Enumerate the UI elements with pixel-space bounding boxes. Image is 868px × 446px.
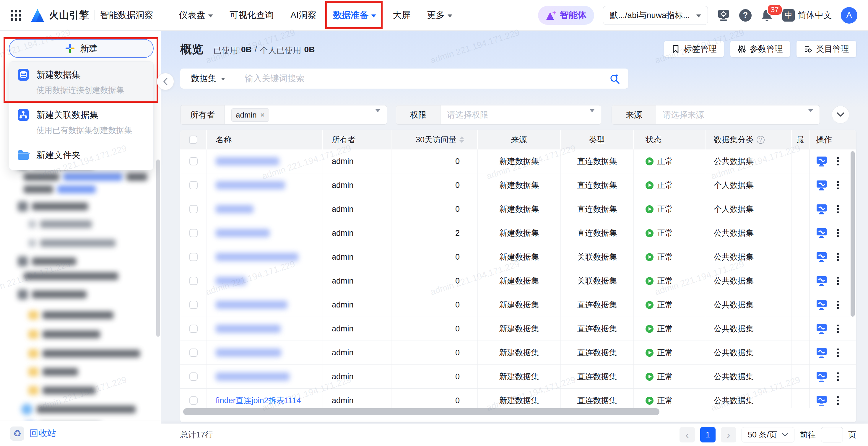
more-actions-icon[interactable] [837,205,839,213]
row-checkbox[interactable] [189,181,198,189]
row-checkbox[interactable] [189,157,198,165]
search-input[interactable]: 输入关键词搜索 [236,73,609,85]
row-checkbox[interactable] [189,277,198,285]
dashboard-icon[interactable] [816,371,827,382]
more-actions-icon[interactable] [837,229,839,237]
info-icon[interactable]: ? [756,136,765,144]
select-all-checkbox[interactable] [189,135,197,144]
nav-item-data-preparation[interactable]: 数据准备 [333,9,376,21]
nav-item-dashboard[interactable]: 仪表盘 [179,9,213,21]
table-row[interactable]: finder直连join2拆表1114 admin 0 新建数据集 直连数据集 … [180,389,856,408]
row-checkbox[interactable] [189,253,198,261]
search-scope-selector[interactable]: 数据集 [180,68,236,89]
sidebar-folder-redacted[interactable] [28,330,100,339]
dashboard-icon[interactable] [816,156,827,167]
dashboard-icon[interactable] [816,180,827,191]
more-actions-icon[interactable] [837,277,839,285]
console-icon[interactable] [717,8,730,22]
sidebar-folder-redacted[interactable] [28,368,78,376]
vertical-scrollbar[interactable] [850,151,855,317]
sidebar-folder-redacted[interactable] [28,349,140,358]
sidebar-item-redacted[interactable] [18,256,76,266]
dashboard-icon[interactable] [816,228,827,238]
table-row[interactable]: admin 0 新建数据集 关联数据集 正常 公共数据集 [180,269,856,293]
dashboard-icon[interactable] [816,395,827,406]
workspace-selector[interactable]: 默.../abi与nuwa指标... [603,6,708,25]
dashboard-icon[interactable] [816,299,827,310]
page-size-selector[interactable]: 50 条/页 [742,427,795,442]
more-actions-icon[interactable] [837,157,839,165]
user-avatar[interactable]: A [841,7,857,24]
owner-filter[interactable]: 所有者 admin× [180,105,387,125]
sidebar-item-redacted[interactable] [28,220,92,228]
table-row[interactable]: admin 0 新建数据集 直连数据集 正常 公共数据集 [180,341,856,365]
dataset-name-link[interactable]: finder直连join2拆表1114 [216,395,301,406]
row-checkbox[interactable] [189,396,198,405]
sidebar-item-redacted[interactable] [24,173,147,181]
nav-item-visual-query[interactable]: 可视化查询 [229,9,274,21]
recycle-bin[interactable]: ♻ 回收站 [0,421,161,446]
nav-item-bigscreen[interactable]: 大屏 [393,9,410,21]
permission-filter[interactable]: 权限 请选择权限 [396,105,601,125]
nav-item-ai-insight[interactable]: AI洞察 [290,9,316,21]
sidebar-item-redacted[interactable] [21,404,135,415]
row-checkbox[interactable] [189,301,198,309]
menu-item-new-folder[interactable]: 新建文件夹 [9,142,153,170]
goto-page-input[interactable] [821,427,843,442]
remove-tag-icon[interactable]: × [260,110,265,120]
more-actions-icon[interactable] [837,325,839,333]
more-actions-icon[interactable] [837,396,839,405]
sidebar-item-redacted[interactable] [28,239,116,247]
nav-item-more[interactable]: 更多 [427,9,452,21]
dashboard-icon[interactable] [816,347,827,358]
table-row[interactable]: admin 0 新建数据集 直连数据集 正常 个人数据集 [180,173,856,197]
col-visits[interactable]: 30天访问量 [392,130,478,150]
dashboard-icon[interactable] [816,323,827,334]
sidebar-item-redacted[interactable] [18,201,88,212]
next-page-button[interactable]: › [721,427,736,442]
sort-icon[interactable] [459,136,464,143]
dashboard-icon[interactable] [816,204,827,215]
horizontal-scrollbar[interactable] [183,408,659,415]
dashboard-icon[interactable] [816,252,827,262]
sidebar-item-redacted[interactable] [24,186,96,193]
source-filter[interactable]: 来源 请选择来源 [612,105,820,125]
row-checkbox[interactable] [189,205,198,213]
sidebar-item-redacted[interactable] [18,289,87,299]
row-checkbox[interactable] [189,373,198,381]
sidebar-scrollbar[interactable] [156,159,160,337]
row-checkbox[interactable] [189,325,198,333]
dashboard-icon[interactable] [816,276,827,286]
agent-button[interactable]: 智能体 [538,6,594,25]
more-actions-icon[interactable] [837,373,839,381]
filter-expand-button[interactable] [832,106,849,124]
more-actions-icon[interactable] [837,253,839,261]
notification-bell-icon[interactable]: 37 [761,8,773,22]
table-row[interactable]: admin 0 新建数据集 直连数据集 正常 公共数据集 [180,150,856,173]
menu-item-new-linked-dataset[interactable]: 新建关联数据集 使用已有数据集创建数据集 [9,102,153,142]
sidebar-collapse-button[interactable] [157,73,174,90]
prev-page-button[interactable]: ‹ [680,427,695,442]
ai-search-icon[interactable] [609,73,621,85]
row-checkbox[interactable] [189,229,198,237]
app-grid-icon[interactable] [11,10,21,21]
category-manage-button[interactable]: 类目管理 [797,41,856,57]
table-row[interactable]: admin 0 新建数据集 关联数据集 正常 公共数据集 [180,245,856,269]
table-row[interactable]: admin 0 新建数据集 直连数据集 正常 公共数据集 [180,365,856,389]
new-button[interactable]: 新建 [9,39,154,58]
row-checkbox[interactable] [189,349,198,357]
language-switcher[interactable]: 中 简体中文 [782,9,832,22]
sidebar-folder-redacted[interactable] [28,386,96,395]
current-page-button[interactable]: 1 [700,427,716,442]
tag-manage-button[interactable]: 标签管理 [664,41,724,57]
sidebar-folder-redacted[interactable] [28,311,114,320]
table-row[interactable]: admin 0 新建数据集 直连数据集 正常 公共数据集 [180,317,856,341]
more-actions-icon[interactable] [837,181,839,189]
sidebar-item-redacted[interactable] [24,272,118,280]
more-actions-icon[interactable] [837,349,839,357]
help-icon[interactable]: ? [739,9,752,22]
more-actions-icon[interactable] [837,301,839,309]
table-row[interactable]: admin 0 新建数据集 直连数据集 正常 公共数据集 [180,293,856,317]
table-row[interactable]: admin 2 新建数据集 直连数据集 正常 公共数据集 [180,221,856,245]
param-manage-button[interactable]: 参数管理 [730,41,790,57]
